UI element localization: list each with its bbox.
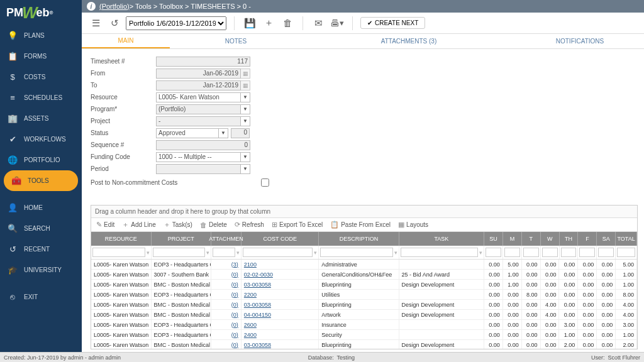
table-row[interactable]: L0005- Karen WatsonEOP3 - Headquarters O… bbox=[91, 290, 637, 300]
col-attachment[interactable]: ATTACHMEN bbox=[211, 232, 242, 246]
record-selector[interactable]: Portfolio 1/6/2019-1/12/2019 bbox=[126, 16, 226, 30]
print-icon[interactable]: 🖶▾ bbox=[330, 16, 345, 31]
chevron-down-icon[interactable]: ▼ bbox=[241, 104, 250, 114]
col-task[interactable]: TASK bbox=[399, 232, 484, 246]
export-excel-button[interactable]: ⊞Export To Excel bbox=[272, 221, 323, 229]
filter-total[interactable] bbox=[617, 248, 635, 257]
filter-task[interactable] bbox=[401, 248, 478, 257]
status-select[interactable]: Approved bbox=[156, 128, 219, 138]
calendar-icon[interactable]: ▦ bbox=[241, 69, 250, 79]
funnel-icon[interactable]: ▾ bbox=[206, 250, 209, 256]
funnel-icon[interactable]: ▾ bbox=[147, 250, 150, 256]
to-field[interactable]: Jan-12-2019 bbox=[156, 80, 241, 90]
chevron-down-icon[interactable]: ▼ bbox=[241, 164, 250, 174]
col-description[interactable]: DESCRIPTION bbox=[319, 232, 399, 246]
sidebar-item-home[interactable]: 👤HOME bbox=[0, 197, 82, 218]
sidebar-item-recent[interactable]: ↺RECENT bbox=[0, 239, 82, 260]
cost-code-link[interactable]: 03-003058 bbox=[244, 282, 271, 288]
filter-cost[interactable] bbox=[243, 248, 313, 257]
edit-button[interactable]: ✎Edit bbox=[96, 221, 114, 229]
save-icon[interactable]: 💾 bbox=[242, 16, 257, 31]
chevron-down-icon[interactable]: ▼ bbox=[241, 116, 250, 126]
mail-icon[interactable]: ✉ bbox=[311, 16, 326, 31]
funnel-icon[interactable]: ▾ bbox=[236, 250, 240, 256]
cost-code-link[interactable]: 03-003058 bbox=[244, 342, 271, 348]
layouts-button[interactable]: ▦Layouts bbox=[398, 221, 428, 229]
breadcrumb-portfolio[interactable]: (Portfolio) bbox=[99, 3, 130, 10]
table-row[interactable]: L0005- Karen WatsonBMC - Boston Medical … bbox=[91, 310, 637, 320]
cost-code-link[interactable]: 02-02-0030 bbox=[244, 272, 273, 278]
program-select[interactable]: (Portfolio) bbox=[156, 104, 241, 114]
cost-code-link[interactable]: 2600 bbox=[244, 322, 257, 328]
sidebar-item-plans[interactable]: 💡PLANS bbox=[0, 25, 82, 46]
col-project[interactable]: PROJECT bbox=[152, 232, 212, 246]
col-cost-code[interactable]: COST CODE bbox=[242, 232, 319, 246]
delete-button[interactable]: 🗑Delete bbox=[200, 221, 227, 229]
tab-notifications[interactable]: NOTIFICATIONS bbox=[516, 34, 644, 48]
tab-main[interactable]: MAIN bbox=[82, 34, 170, 48]
filter-desc[interactable] bbox=[320, 248, 392, 257]
filter-m[interactable] bbox=[504, 248, 520, 257]
table-row[interactable]: L0005- Karen WatsonBMC - Boston Medical … bbox=[91, 280, 637, 290]
history-icon[interactable]: ↺ bbox=[107, 16, 122, 31]
table-row[interactable]: L0005- Karen WatsonEOP3 - Headquarters O… bbox=[91, 330, 637, 340]
project-select[interactable]: - bbox=[156, 116, 241, 126]
table-row[interactable]: L0005- Karen WatsonEOP3 - Headquarters O… bbox=[91, 260, 637, 270]
table-row[interactable]: L0005- Karen WatsonBMC - Boston Medical … bbox=[91, 300, 637, 310]
create-next-button[interactable]: ✔CREATE NEXT bbox=[360, 17, 425, 29]
col-su[interactable]: SU bbox=[484, 232, 503, 246]
sidebar-item-forms[interactable]: 📋FORMS bbox=[0, 46, 82, 67]
col-w[interactable]: W bbox=[541, 232, 560, 246]
paste-excel-button[interactable]: 📋Paste From Excel bbox=[330, 221, 391, 229]
col-sa[interactable]: SA bbox=[597, 232, 616, 246]
sidebar-item-portfolio[interactable]: 🌐PORTFOLIO bbox=[0, 150, 82, 170]
sidebar-item-search[interactable]: 🔍SEARCH bbox=[0, 218, 82, 239]
group-hint[interactable]: Drag a column header and drop it here to… bbox=[91, 206, 637, 218]
filter-resource[interactable] bbox=[92, 248, 145, 257]
sidebar-item-workflows[interactable]: ✔WORKFLOWS bbox=[0, 129, 82, 150]
chevron-down-icon[interactable]: ▼ bbox=[241, 152, 250, 162]
tasks-button[interactable]: ＋Task(s) bbox=[164, 220, 192, 229]
col-th[interactable]: TH bbox=[560, 232, 579, 246]
table-row[interactable]: L0005- Karen WatsonEOP3 - Headquarters O… bbox=[91, 320, 637, 330]
filter-th[interactable] bbox=[561, 248, 577, 257]
sidebar-item-costs[interactable]: $COSTS bbox=[0, 67, 82, 87]
table-row[interactable]: L0005- Karen WatsonBMC - Boston Medical … bbox=[91, 340, 637, 349]
funding-select[interactable]: 1000 - -- Multiple -- bbox=[156, 152, 241, 162]
funnel-icon[interactable]: ▾ bbox=[314, 250, 317, 256]
tab-attachments[interactable]: ATTACHMENTS (3) bbox=[302, 34, 516, 48]
cost-code-link[interactable]: 03-003058 bbox=[244, 302, 271, 308]
sidebar-item-exit[interactable]: ⎋EXIT bbox=[0, 287, 82, 307]
resource-select[interactable]: L0005- Karen Watson bbox=[156, 92, 241, 102]
trash-icon[interactable]: 🗑 bbox=[280, 16, 295, 31]
calendar-icon[interactable]: ▦ bbox=[241, 80, 250, 90]
add-icon[interactable]: ＋ bbox=[261, 16, 276, 31]
sidebar-item-schedules[interactable]: ≡SCHEDULES bbox=[0, 87, 82, 108]
filter-t[interactable] bbox=[523, 248, 539, 257]
col-resource[interactable]: RESOURCE bbox=[91, 232, 152, 246]
funnel-icon[interactable]: ▾ bbox=[479, 250, 482, 256]
col-t[interactable]: T bbox=[522, 232, 541, 246]
sidebar-item-university[interactable]: 🎓UNIVERSITY bbox=[0, 260, 82, 280]
add-line-button[interactable]: ＋Add Line bbox=[122, 220, 155, 229]
chevron-down-icon[interactable]: ▼ bbox=[241, 92, 250, 102]
filter-sa[interactable] bbox=[598, 248, 614, 257]
col-total[interactable]: TOTAL bbox=[616, 232, 637, 246]
period-select[interactable] bbox=[156, 164, 241, 174]
cost-code-link[interactable]: 2200 bbox=[244, 292, 257, 298]
col-m[interactable]: M bbox=[503, 232, 522, 246]
filter-f[interactable] bbox=[579, 248, 595, 257]
table-row[interactable]: L0005- Karen Watson3007 - Southern Bank(… bbox=[91, 270, 637, 280]
filter-su[interactable] bbox=[486, 248, 501, 257]
post-checkbox[interactable] bbox=[261, 178, 269, 187]
filter-w[interactable] bbox=[542, 248, 558, 257]
funnel-icon[interactable]: ▾ bbox=[394, 250, 397, 256]
tab-notes[interactable]: NOTES bbox=[170, 34, 302, 48]
info-icon[interactable]: i bbox=[87, 2, 96, 11]
cost-code-link[interactable]: 04-004150 bbox=[244, 312, 271, 318]
col-f[interactable]: F bbox=[578, 232, 597, 246]
chevron-down-icon[interactable]: ▼ bbox=[219, 128, 228, 138]
sidebar-item-tools[interactable]: 🧰TOOLS bbox=[4, 170, 78, 191]
cost-code-link[interactable]: 2100 bbox=[244, 261, 257, 268]
refresh-button[interactable]: ⟳Refresh bbox=[235, 221, 264, 229]
